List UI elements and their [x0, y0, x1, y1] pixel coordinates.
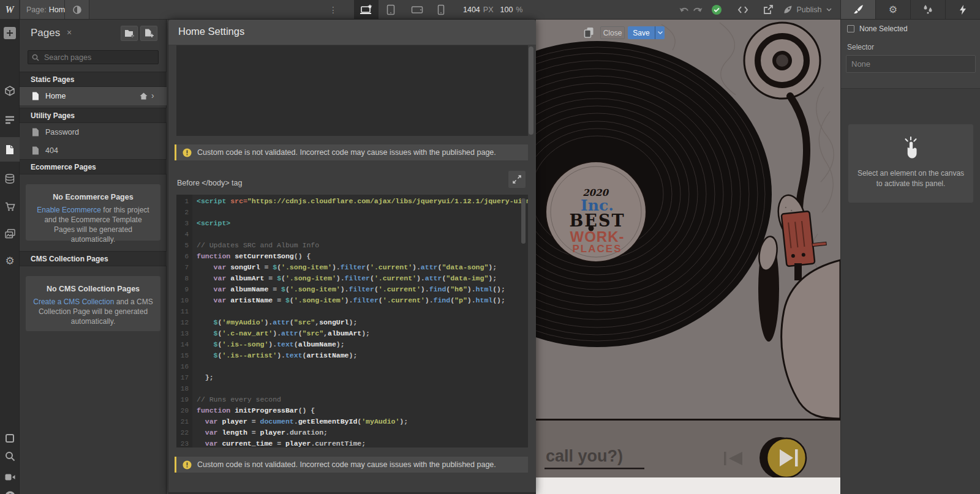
- phone-portrait-icon: [437, 4, 445, 15]
- editor-scrollbar-thumb[interactable]: [521, 198, 526, 244]
- page-icon: [32, 92, 39, 100]
- save-options-button[interactable]: [655, 26, 665, 39]
- webflow-logo[interactable]: W: [0, 0, 20, 19]
- selector-label: Selector: [847, 43, 874, 51]
- page-icon: [32, 146, 39, 155]
- navigator-button[interactable]: [0, 113, 20, 127]
- preview-toggle[interactable]: [65, 0, 89, 19]
- modal-scrollbar-thumb[interactable]: [529, 47, 533, 135]
- pages-panel: Pages × Static Pages: [20, 20, 167, 494]
- select-element-hint-card: Select an element on the canvas to activ…: [848, 124, 973, 203]
- save-button[interactable]: Save: [628, 26, 655, 39]
- create-cms-collection-link[interactable]: Create a CMS Collection: [33, 298, 114, 306]
- tab-settings-panel[interactable]: ⚙: [875, 0, 910, 19]
- style-panel-body: Select an element on the canvas to activ…: [841, 88, 980, 494]
- close-pages-panel-button[interactable]: ×: [67, 28, 72, 37]
- share-button[interactable]: [761, 0, 775, 19]
- badge-line3: PLACES: [573, 243, 622, 255]
- export-code-button[interactable]: [736, 0, 750, 19]
- hint-line-1: Select an element on the canvas: [858, 168, 964, 179]
- modal-header: Home Settings Close Save: [168, 20, 536, 45]
- enable-ecommerce-link[interactable]: Enable Ecommerce: [37, 206, 101, 214]
- page-switcher[interactable]: Page: Home: [20, 0, 65, 19]
- video-tutorials-button[interactable]: [0, 470, 20, 484]
- form-underline: [545, 468, 644, 470]
- add-page-button[interactable]: [140, 26, 157, 41]
- cms-collection-pages-header[interactable]: CMS Collection Pages: [20, 251, 167, 266]
- add-elements-button[interactable]: [0, 27, 20, 39]
- search-icon: [5, 451, 15, 462]
- chevron-right-icon[interactable]: ›: [151, 91, 154, 100]
- home-icon: [140, 92, 148, 100]
- tab-element-settings-panel[interactable]: [945, 0, 980, 19]
- cms-collections-button[interactable]: [0, 171, 20, 186]
- search-pages-input[interactable]: [43, 53, 147, 62]
- none-selected-label: None Selected: [859, 24, 908, 33]
- chevron-down-icon: [826, 8, 832, 12]
- ecommerce-pages-header[interactable]: Ecommerce Pages: [20, 159, 167, 174]
- laptop-star-icon: [360, 4, 373, 15]
- project-settings-button[interactable]: ⚙: [0, 253, 20, 268]
- cursor-click-icon: [901, 137, 921, 159]
- redo-button[interactable]: [690, 0, 704, 19]
- empty-state-title: No Ecommerce Pages: [33, 193, 153, 201]
- hide-ui-button[interactable]: [0, 431, 20, 446]
- px-unit: PX: [483, 6, 494, 14]
- tab-style-panel[interactable]: [840, 0, 875, 19]
- help-button[interactable]: ?: [0, 488, 20, 494]
- zoom-level-value[interactable]: 100: [500, 6, 513, 14]
- page-plus-icon: [145, 29, 154, 38]
- expand-editor-button[interactable]: [508, 171, 526, 188]
- rocket-icon: [783, 5, 793, 14]
- add-folder-button[interactable]: [121, 26, 138, 41]
- search-pages-box: [28, 50, 159, 64]
- selector-input[interactable]: [846, 55, 976, 73]
- static-pages-header[interactable]: Static Pages: [20, 72, 167, 87]
- plus-icon: [4, 27, 16, 39]
- breakpoint-phone-portrait-button[interactable]: [433, 0, 449, 19]
- close-button[interactable]: Close: [600, 26, 625, 39]
- undo-icon: [679, 6, 690, 14]
- head-code-editor-bottom[interactable]: [176, 45, 528, 136]
- custom-code-editor[interactable]: 1234567891011121314151617181920212223 <s…: [176, 195, 528, 447]
- utility-pages-header[interactable]: Utility Pages: [20, 108, 167, 123]
- redo-icon: [692, 6, 703, 14]
- custom-code-warning-bottom: Custom code is not validated. Incorrect …: [175, 457, 528, 473]
- no-ecommerce-pages-card: No Ecommerce Pages Enable Ecommerce for …: [26, 184, 160, 241]
- search-button[interactable]: [0, 449, 20, 463]
- square-outline-icon: [5, 433, 15, 443]
- spindle-hole: [589, 226, 594, 231]
- assets-button[interactable]: [0, 226, 20, 241]
- ecommerce-button[interactable]: [0, 200, 20, 214]
- saved-status-badge: [710, 0, 723, 19]
- next-section-strip: [536, 477, 840, 494]
- lightning-icon: [959, 5, 967, 15]
- breakpoint-width-value[interactable]: 1404: [463, 6, 480, 14]
- custom-code-warning-top: Custom code is not validated. Incorrect …: [175, 144, 528, 160]
- warning-icon: [183, 460, 192, 470]
- page-row-404[interactable]: 404: [20, 141, 167, 160]
- breakpoint-tablet-button[interactable]: [382, 0, 399, 19]
- tab-interactions-panel[interactable]: [910, 0, 945, 19]
- next-track-button[interactable]: [760, 437, 806, 479]
- undo-button[interactable]: [677, 0, 691, 19]
- pages-button[interactable]: [0, 137, 20, 162]
- page-row-password[interactable]: Password: [20, 123, 167, 141]
- warning-text: Custom code is not validated. Incorrect …: [197, 148, 496, 157]
- no-cms-pages-card: No CMS Collection Pages Create a CMS Col…: [26, 276, 160, 331]
- publish-button[interactable]: Publish: [783, 0, 832, 19]
- breakpoint-phone-landscape-button[interactable]: [408, 0, 426, 19]
- breakpoint-desktop-button[interactable]: [354, 0, 379, 19]
- more-options-icon[interactable]: ⋮: [329, 0, 337, 19]
- page-row-label: 404: [45, 146, 58, 155]
- empty-state-title: No CMS Collection Pages: [33, 285, 153, 293]
- none-selected-checkbox[interactable]: [847, 25, 854, 32]
- symbols-button[interactable]: [0, 83, 20, 98]
- page-icon: [32, 128, 39, 137]
- page-row-home[interactable]: Home ›: [20, 87, 167, 105]
- site-canvas[interactable]: 2020 Inc. BEST WORK- PLACES: [536, 20, 840, 494]
- duplicate-icon[interactable]: [584, 27, 594, 38]
- tablet-icon: [386, 4, 396, 15]
- code-lines[interactable]: <script src="https://cdnjs.cloudflare.co…: [192, 195, 528, 447]
- warning-text: Custom code is not validated. Incorrect …: [197, 460, 496, 469]
